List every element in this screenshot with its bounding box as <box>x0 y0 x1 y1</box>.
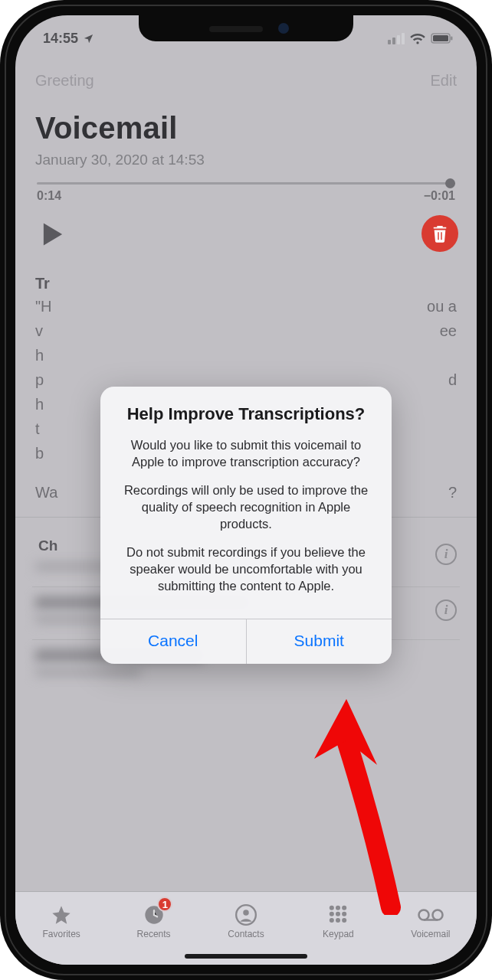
alert-title: Help Improve Transcriptions? <box>100 387 392 428</box>
cancel-button[interactable]: Cancel <box>100 619 247 664</box>
screen: 14:55 Greeting Edit Voicemail <box>15 15 477 965</box>
submit-button[interactable]: Submit <box>247 619 392 664</box>
alert-body: Would you like to submit this voicemail … <box>100 427 392 619</box>
alert-backdrop: Help Improve Transcriptions? Would you l… <box>15 15 477 965</box>
alert-dialog: Help Improve Transcriptions? Would you l… <box>100 387 392 665</box>
phone-frame: 14:55 Greeting Edit Voicemail <box>0 0 492 980</box>
